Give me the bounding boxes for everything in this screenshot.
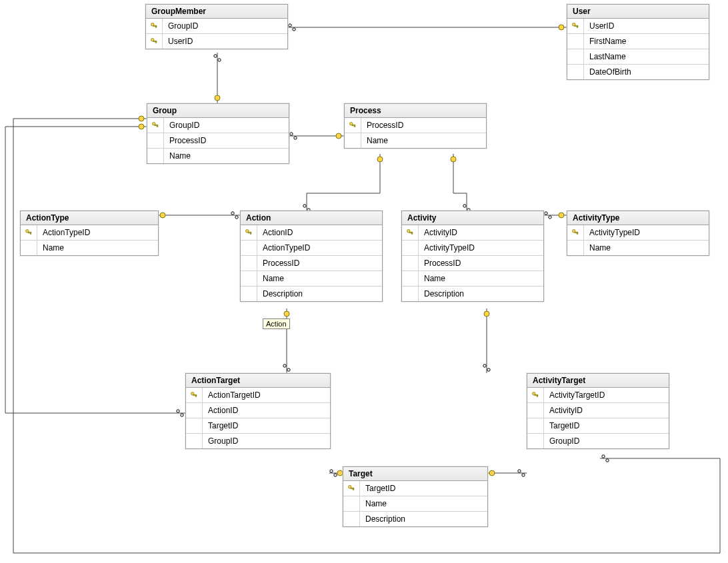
field-row[interactable]: Name xyxy=(343,496,487,511)
entity-actiontype[interactable]: ActionType ActionTypeIDName xyxy=(20,211,159,256)
field-name: GroupID xyxy=(203,436,243,446)
entity-activity[interactable]: Activity ActivityIDActivityTypeIDProcess… xyxy=(401,211,544,302)
field-row[interactable]: GroupID xyxy=(527,433,669,448)
field-row[interactable]: LastName xyxy=(567,49,709,64)
field-row[interactable]: ActivityID xyxy=(402,225,543,240)
field-row[interactable]: Name xyxy=(21,240,158,255)
key-col-empty xyxy=(345,133,361,148)
field-name: Description xyxy=(257,289,308,298)
primary-key-icon xyxy=(567,225,584,240)
key-col-empty xyxy=(402,286,419,301)
field-row[interactable]: TargetID xyxy=(527,418,669,433)
primary-key-icon xyxy=(345,118,361,133)
svg-rect-26 xyxy=(354,126,355,127)
entity-title: ActionTarget xyxy=(186,374,330,388)
key-col-empty xyxy=(21,241,37,255)
field-row[interactable]: Name xyxy=(567,240,709,255)
entity-activitytype[interactable]: ActivityType ActivityTypeIDName xyxy=(567,211,709,256)
primary-key-icon xyxy=(241,225,257,240)
key-col-empty xyxy=(567,49,584,64)
field-row[interactable]: TargetID xyxy=(186,418,330,433)
field-row[interactable]: UserID xyxy=(567,19,709,33)
entity-title: Activity xyxy=(402,211,543,225)
field-row[interactable]: ActivityTargetID xyxy=(527,388,669,402)
field-row[interactable]: GroupID xyxy=(186,433,330,448)
field-name: Name xyxy=(419,274,451,283)
field-row[interactable]: ProcessID xyxy=(241,255,382,271)
primary-key-icon xyxy=(402,225,419,240)
field-row[interactable]: ActivityTypeID xyxy=(402,240,543,255)
entity-activitytarget[interactable]: ActivityTarget ActivityTargetIDActivityI… xyxy=(527,373,669,449)
field-name: ActivityTypeID xyxy=(584,228,645,237)
field-name: GroupID xyxy=(163,21,203,31)
field-row[interactable]: Description xyxy=(402,286,543,301)
field-name: TargetID xyxy=(360,484,401,493)
field-name: GroupID xyxy=(544,436,585,446)
field-row[interactable]: TargetID xyxy=(343,481,487,496)
field-name: DateOfBirth xyxy=(584,67,637,77)
field-name: ActivityID xyxy=(544,406,588,415)
entity-action[interactable]: Action ActionIDActionTypeIDProcessIDName… xyxy=(240,211,383,302)
svg-rect-17 xyxy=(155,42,157,43)
field-row[interactable]: Description xyxy=(343,511,487,526)
field-name: Name xyxy=(257,274,289,283)
field-row[interactable]: Name xyxy=(345,133,486,148)
entity-title: ActivityType xyxy=(567,211,709,225)
field-row[interactable]: ActivityTypeID xyxy=(567,225,709,240)
field-row[interactable]: ActionID xyxy=(186,402,330,418)
field-name: ActionTypeID xyxy=(37,228,95,237)
field-row[interactable]: ActionTargetID xyxy=(186,388,330,402)
entity-title: User xyxy=(567,5,709,19)
field-name: ProcessID xyxy=(164,136,211,145)
primary-key-icon xyxy=(21,225,37,240)
field-row[interactable]: ActionID xyxy=(241,225,382,240)
field-row[interactable]: Name xyxy=(147,148,289,163)
primary-key-icon xyxy=(146,19,163,33)
key-col-empty xyxy=(241,286,257,301)
field-row[interactable]: ProcessID xyxy=(147,133,289,148)
entity-title: GroupMember xyxy=(146,5,287,19)
field-row[interactable]: Description xyxy=(241,286,382,301)
field-row[interactable]: ActivityID xyxy=(527,402,669,418)
entity-user[interactable]: User UserIDFirstNameLastNameDateOfBirth xyxy=(567,4,709,80)
field-row[interactable]: Name xyxy=(241,271,382,286)
entity-actiontarget[interactable]: ActionTarget ActionTargetIDActionIDTarge… xyxy=(185,373,331,449)
svg-rect-44 xyxy=(537,396,538,397)
field-row[interactable]: DateOfBirth xyxy=(567,64,709,79)
field-row[interactable]: ActionTypeID xyxy=(241,240,382,255)
field-row[interactable]: ProcessID xyxy=(402,255,543,271)
svg-rect-20 xyxy=(577,27,578,28)
field-row[interactable]: ActionTypeID xyxy=(21,225,158,240)
svg-rect-47 xyxy=(353,489,354,490)
field-name: GroupID xyxy=(164,121,205,130)
field-row[interactable]: ProcessID xyxy=(345,118,486,133)
key-col-empty xyxy=(147,149,164,163)
field-row[interactable]: FirstName xyxy=(567,33,709,49)
field-row[interactable]: GroupID xyxy=(146,19,287,33)
erd-canvas: { "tooltip": {"text": "Action"}, "entiti… xyxy=(0,0,728,563)
key-col-empty xyxy=(567,241,584,255)
field-row[interactable]: GroupID xyxy=(147,118,289,133)
entity-title: ActivityTarget xyxy=(527,374,669,388)
svg-rect-29 xyxy=(30,233,31,235)
key-col-empty xyxy=(527,434,544,448)
svg-rect-38 xyxy=(577,233,578,235)
key-col-empty xyxy=(186,403,203,418)
field-row[interactable]: UserID xyxy=(146,33,287,49)
entity-groupmember[interactable]: GroupMember GroupIDUserID xyxy=(145,4,288,49)
svg-rect-14 xyxy=(155,27,157,28)
field-name: ActivityID xyxy=(419,228,463,237)
field-name: ActionID xyxy=(203,406,243,415)
field-name: UserID xyxy=(163,37,198,46)
entity-process[interactable]: Process ProcessIDName xyxy=(344,103,487,149)
primary-key-icon xyxy=(146,34,163,49)
svg-rect-32 xyxy=(250,233,251,235)
key-col-empty xyxy=(241,241,257,255)
key-col-empty xyxy=(241,271,257,286)
field-row[interactable]: Name xyxy=(402,271,543,286)
field-name: ProcessID xyxy=(257,259,305,268)
entity-target[interactable]: Target TargetIDNameDescription xyxy=(343,466,488,527)
field-name: Name xyxy=(584,243,616,253)
field-name: LastName xyxy=(584,52,631,61)
entity-group[interactable]: Group GroupIDProcessIDName xyxy=(147,103,289,164)
